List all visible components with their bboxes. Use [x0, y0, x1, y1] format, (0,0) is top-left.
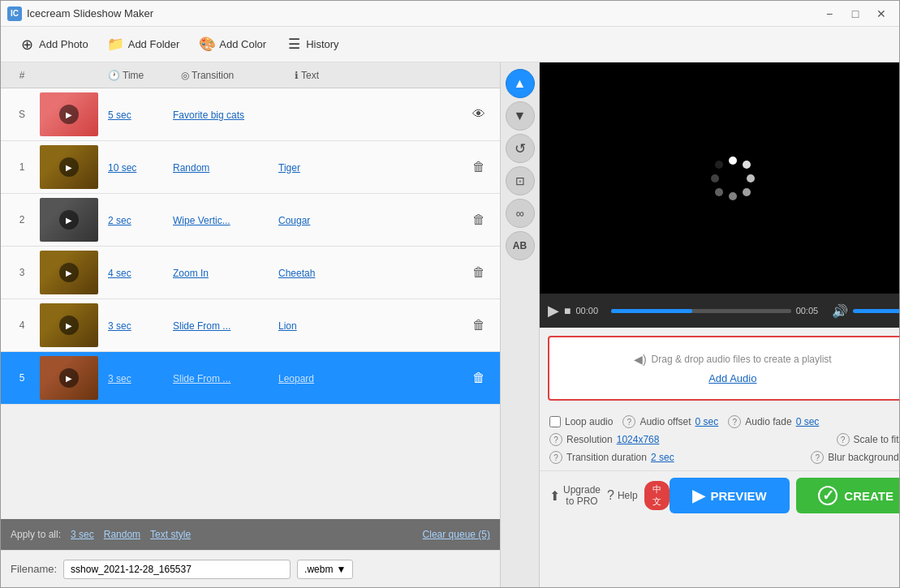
close-button[interactable]: ✕: [870, 5, 893, 23]
svg-point-2: [747, 174, 755, 182]
create-label: CREATE: [844, 489, 894, 503]
time-link-s[interactable]: 5 sec: [108, 109, 131, 121]
delete-button-5[interactable]: 🗑: [472, 371, 485, 385]
ext-selector[interactable]: .webm ▼: [297, 560, 353, 579]
audio-fade-info-icon[interactable]: ?: [728, 415, 741, 428]
volume-button[interactable]: 🔊: [832, 303, 848, 319]
audio-fade-label: Audio fade: [745, 416, 791, 427]
settings-row-3: ? Transition duration 2 sec ? Blur backg…: [549, 451, 899, 464]
refresh-button[interactable]: ↺: [506, 134, 535, 163]
blur-info-icon[interactable]: ?: [811, 451, 824, 464]
minimize-button[interactable]: −: [818, 5, 841, 23]
table-row[interactable]: 3 ▶ 4 sec Zoom In Cheetah: [1, 247, 500, 299]
header-time: 🕐 Time: [108, 70, 181, 81]
resolution-value[interactable]: 1024x768: [617, 434, 660, 445]
resolution-label: Resolution: [566, 434, 613, 445]
table-row[interactable]: 5 ▶ 3 sec Slide From ... Leopard: [1, 352, 500, 405]
transition-duration-value[interactable]: 2 sec: [651, 452, 674, 463]
apply-transition-link[interactable]: Random: [104, 529, 140, 540]
trans-1: Random: [173, 161, 278, 174]
play-icon-5: ▶: [59, 368, 79, 388]
time-link-4[interactable]: 3 sec: [108, 320, 131, 332]
row-num-5: 5: [7, 372, 37, 384]
play-icon-1: ▶: [59, 157, 79, 177]
crop-button[interactable]: ⊡: [506, 166, 535, 195]
loop-audio-checkbox[interactable]: [549, 416, 561, 427]
time-link-1[interactable]: 10 sec: [108, 162, 136, 174]
move-down-button[interactable]: ▼: [506, 101, 535, 131]
trans-link-3[interactable]: Zoom In: [173, 268, 209, 279]
history-button[interactable]: ☰ History: [278, 32, 347, 57]
row-num-4: 4: [7, 320, 37, 331]
transition-icon: ◎: [181, 70, 189, 81]
trans-link-5[interactable]: Slide From ...: [173, 373, 230, 384]
table-row[interactable]: 1 ▶ 10 sec Random Tiger: [1, 141, 500, 194]
add-color-icon: 🎨: [199, 36, 215, 53]
action-3: 🗑: [464, 265, 493, 280]
table-row[interactable]: S ▶ 5 sec Favorite big cats 👁: [1, 88, 500, 141]
add-photo-button[interactable]: ⊕ Add Photo: [11, 32, 97, 57]
loop-button[interactable]: ∞: [506, 199, 535, 228]
thumbnail-2: ▶: [37, 198, 101, 242]
add-color-label: Add Color: [219, 38, 266, 50]
trans-link-s[interactable]: Favorite big cats: [173, 109, 244, 121]
time-link-2[interactable]: 2 sec: [108, 215, 131, 226]
settings-area: Loop audio ? Audio offset 0 sec ? Audio …: [540, 409, 899, 470]
delete-button-4[interactable]: 🗑: [472, 318, 485, 333]
text-button[interactable]: AB: [506, 231, 535, 260]
create-button[interactable]: ✓ CREATE: [796, 478, 899, 513]
dropdown-arrow-icon: ▼: [336, 564, 346, 575]
upgrade-button[interactable]: ⬆ Upgrade to PRO: [549, 484, 601, 507]
apply-time-link[interactable]: 3 sec: [71, 529, 94, 540]
filename-input[interactable]: [63, 560, 291, 579]
text-link-3[interactable]: Cheetah: [278, 268, 315, 279]
add-audio-link[interactable]: Add Audio: [708, 372, 756, 384]
audio-fade-value[interactable]: 0 sec: [796, 416, 820, 427]
progress-bar[interactable]: [611, 309, 790, 313]
move-up-button[interactable]: ▲: [506, 69, 535, 98]
maximize-button[interactable]: □: [844, 5, 867, 23]
trans-5: Slide From ...: [173, 372, 278, 384]
text-link-4[interactable]: Lion: [278, 320, 297, 332]
scale-setting: ? Scale to fit: [837, 433, 899, 446]
trans-link-2[interactable]: Wipe Vertic...: [173, 215, 230, 226]
bottom-left: ⬆ Upgrade to PRO ? Help 中文: [549, 481, 670, 510]
trans-link-4[interactable]: Slide From ...: [173, 320, 230, 332]
add-color-button[interactable]: 🎨 Add Color: [191, 32, 274, 57]
thumbnail-1: ▶: [37, 145, 101, 189]
trans-link-1[interactable]: Random: [173, 162, 209, 174]
delete-button-3[interactable]: 🗑: [472, 265, 485, 280]
preview-button[interactable]: ▶ PREVIEW: [670, 478, 790, 513]
audio-drop-area[interactable]: ◀) Drag & drop audio files to create a p…: [548, 336, 899, 401]
help-button[interactable]: ? Help: [607, 488, 638, 503]
action-4: 🗑: [464, 318, 493, 333]
language-button[interactable]: 中文: [644, 481, 670, 510]
stop-button[interactable]: ■: [564, 304, 571, 317]
audio-offset-setting: ? Audio offset 0 sec: [622, 415, 718, 428]
apply-textstyle-link[interactable]: Text style: [150, 529, 191, 540]
table-row[interactable]: 4 ▶ 3 sec Slide From ... Lion: [1, 299, 500, 352]
table-row[interactable]: 2 ▶ 2 sec Wipe Vertic... Cougar: [1, 194, 500, 247]
add-folder-button[interactable]: 📁 Add Folder: [100, 32, 188, 57]
volume-slider[interactable]: [853, 309, 899, 313]
clear-queue-link[interactable]: Clear queue (5): [423, 529, 490, 540]
text-link-1[interactable]: Tiger: [278, 162, 300, 174]
scale-info-icon[interactable]: ?: [837, 433, 850, 446]
transition-duration-info-icon[interactable]: ?: [549, 451, 562, 464]
play-button[interactable]: ▶: [548, 302, 559, 320]
total-time: 00:05: [796, 306, 827, 315]
delete-button-1[interactable]: 🗑: [472, 160, 485, 174]
audio-hint: ◀) Drag & drop audio files to create a p…: [634, 353, 832, 366]
text-link-2[interactable]: Cougar: [278, 215, 310, 226]
history-icon: ☰: [286, 36, 302, 53]
filename-bar: Filename: .webm ▼: [1, 550, 500, 587]
delete-button-2[interactable]: 🗑: [472, 212, 485, 227]
resolution-info-icon[interactable]: ?: [549, 433, 562, 446]
time-link-3[interactable]: 4 sec: [108, 268, 131, 279]
loop-audio-label: Loop audio: [565, 416, 613, 427]
eye-button-s[interactable]: 👁: [472, 107, 485, 122]
audio-offset-value[interactable]: 0 sec: [695, 416, 719, 427]
audio-offset-info-icon[interactable]: ?: [622, 415, 635, 428]
time-link-5[interactable]: 3 sec: [108, 373, 131, 384]
text-link-5[interactable]: Leopard: [278, 373, 314, 384]
